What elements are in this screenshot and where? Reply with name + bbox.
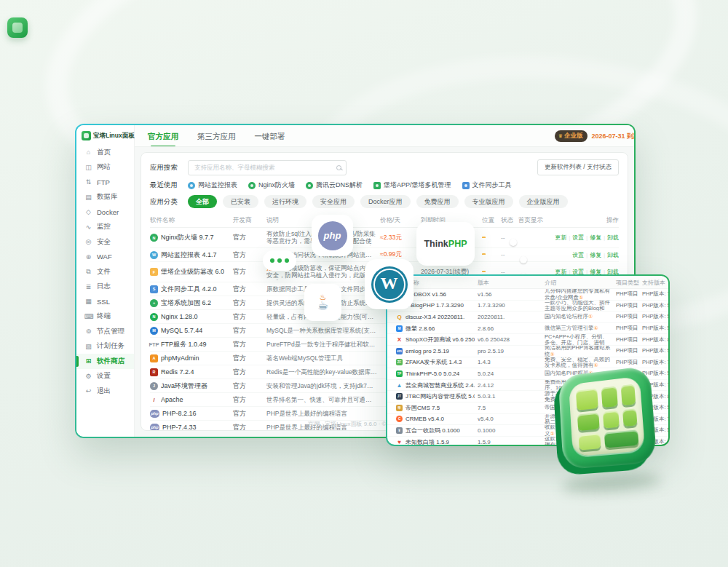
app-name-cell[interactable]: NNginx防火墙 9.7.7 [150,233,230,242]
green-dot [270,258,274,263]
deploy-table-row: ememlog pro 2.5.19pro 2.5.19简洁易用的PHP博客建站… [387,346,668,357]
app-icon: 帝 [396,405,403,411]
recent-app-item[interactable]: 文件同步工具 [462,181,512,190]
appstore-icon: ⊞ [84,357,92,365]
sidebar-item-waf[interactable]: ⊛WAF [76,250,134,265]
action-设置[interactable]: 设置 [567,234,585,241]
action-修复[interactable]: 修复 [584,252,601,258]
category-pill-安全应用[interactable]: 安全应用 [312,195,355,208]
app-icon: S [150,285,158,293]
recent-app-item[interactable]: 腾讯云DNS解析 [306,181,363,190]
action-更新[interactable]: 更新 [555,234,567,241]
app-name-cell[interactable]: MMySQL 5.7.44 [150,327,230,335]
app-name: PHP-8.2.16 [162,410,197,417]
thinkphp-logo-text-green: PHP [448,239,467,249]
category-pill-免费应用[interactable]: 免费应用 [416,195,459,208]
app-name-cell[interactable]: JJava环境管理器 [150,381,230,391]
sidebar-item-ssl[interactable]: ▦SSL [76,294,134,309]
app-name-cell[interactable]: TPThinkPHP-5.0 5.0.24 [396,370,475,377]
app-name-cell[interactable]: ▲芸众商城智慧商业系统 2.4.12 [396,381,475,389]
info-circle-mark[interactable]: ① [550,352,555,357]
tab-一键部署[interactable]: 一键部署 [255,125,285,147]
app-name-cell[interactable]: NNginx 1.28.0 [150,313,230,321]
sidebar-item-monitor[interactable]: ∿监控 [76,220,134,235]
app-name-cell[interactable]: RRedis 7.2.4 [150,368,230,376]
sidebar-item-security[interactable]: ◎安全 [76,234,134,250]
recent-app-icon [188,182,195,189]
app-name-cell[interactable]: AphpMyAdmin [150,354,230,362]
monitor-icon: ∿ [84,223,92,231]
search-icon[interactable] [336,165,341,170]
category-pill-专业版应用[interactable]: 专业版应用 [464,195,513,208]
desc-link[interactable]: 注意： [298,279,317,280]
search-input[interactable] [193,163,333,172]
project-type: PHP项目 [616,313,639,320]
sidebar-item-cron[interactable]: ▧计划任务 [76,339,134,354]
app-name-cell[interactable]: ememlog pro 2.5.19 [396,348,475,354]
category-pill-已安装[interactable]: 已安装 [223,195,258,208]
category-pill-企业版应用[interactable]: 企业版应用 [519,195,568,208]
app-name-cell[interactable]: ZFZFAKA发卡系统 1.4.3 [396,358,475,366]
tab-官方应用[interactable]: 官方应用 [148,125,178,147]
deploy-table-row: M微擎 2.8.662.8.66微信第三方管理引擎①PHP项目PHP版本: 56… [387,323,668,335]
app-name-cell[interactable]: F堡塔企业级防篡改 6.0 [150,267,230,277]
action-卸载[interactable]: 卸载 [601,234,619,241]
column-header: 软件名称 [150,216,230,225]
column-header: 开发商 [233,216,264,225]
sidebar-item-site[interactable]: ◫网站 [76,160,134,175]
app-name: 芸众商城智慧商业系统 2.4.12 [405,381,475,389]
app-name: ZFAKA发卡系统 1.4.3 [405,358,462,366]
action-修复[interactable]: 修复 [584,234,601,241]
sidebar-item-database[interactable]: ▤数据库 [76,190,134,205]
app-name-cell[interactable]: JTJTBC网站内容管理系统 5.0.3.1 [396,392,475,400]
app-name: Java环境管理器 [161,381,207,391]
tab-第三方应用[interactable]: 第三方应用 [197,125,236,147]
category-pill-全部[interactable]: 全部 [188,195,217,208]
app-name-cell[interactable]: phpPHP-8.2.16 [150,410,230,418]
action-设置[interactable]: 设置 [572,252,584,258]
info-circle-mark[interactable]: ① [588,314,593,319]
info-circle-mark[interactable]: ① [594,325,598,330]
recent-app-item[interactable]: 网站监控报表 [188,181,237,190]
app-name-cell[interactable]: W网站监控报表 4.1.7 [150,250,230,260]
info-circle-mark[interactable]: ① [579,295,583,300]
sidebar-item-terminal[interactable]: ⌨终端 [76,309,134,325]
app-name-cell[interactable]: 帝帝国CMS 7.5 [396,404,475,412]
supported-php-versions: PHP版本: 53,54,55,56 [642,302,668,309]
recent-app-item[interactable]: 堡塔APP/堡塔多机管理 [373,181,451,190]
app-name-cell[interactable]: S文件同步工具 4.2.0 [150,285,230,294]
app-status: -- [501,251,515,258]
sidebar-item-appstore[interactable]: ⊞软件商店 [76,354,134,369]
app-icon: J [150,382,158,390]
app-name-cell[interactable]: +宝塔系统加固 6.2 [150,298,230,308]
category-pill-运行环境[interactable]: 运行环境 [264,195,306,208]
app-developer: 官方 [233,326,264,336]
sidebar-item-logs[interactable]: ≣日志 [76,279,134,295]
sidebar-item-node[interactable]: ⊚节点管理 [76,324,134,339]
app-icon: M [150,327,158,335]
sidebar-item-label: 日志 [97,282,111,291]
sidebar-item-home[interactable]: ⌂首页 [76,145,134,160]
app-name-cell[interactable]: FTPFTP服务 1.0.49 [150,340,230,349]
sidebar-item-files[interactable]: ⧉文件 [76,264,134,279]
app-name-cell[interactable]: CCRMEB v5.4.0 [396,416,475,422]
app-name-cell[interactable]: M微擎 2.8.66 [396,325,475,333]
recent-app-item[interactable]: Nginx防火墙 [248,181,295,190]
sidebar-item-ftp[interactable]: ⇅FTP [76,175,134,190]
action-卸载[interactable]: 卸载 [601,252,619,258]
logout-icon: ↩ [84,387,92,394]
app-name-cell[interactable]: ♥未知数白墙 1.5.9 [396,438,475,445]
tile [579,433,601,451]
category-label: 应用分类 [150,197,188,207]
app-name-cell[interactable]: Qdiscuz-X3.4 20220811. [396,314,475,320]
category-pill-Docker应用[interactable]: Docker应用 [360,195,411,208]
update-list-button[interactable]: 更新软件列表 / 支付状态 [537,159,619,175]
sidebar-item-docker[interactable]: ◇Docker [76,205,134,220]
security-icon: ◎ [84,238,92,245]
app-name-cell[interactable]: /Apache [150,396,230,404]
app-name-cell[interactable]: ¥五合一收款码 0.1000 [396,427,475,435]
app-name-cell[interactable]: XShopXO开源商城 v6.6 250428 [396,336,475,344]
sidebar-item-settings[interactable]: ⚙设置 [76,369,134,384]
deploy-table-header: 软件名称版本介绍项目类型支持版本 [387,277,668,289]
sidebar-item-logout[interactable]: ↩退出 [76,384,134,399]
